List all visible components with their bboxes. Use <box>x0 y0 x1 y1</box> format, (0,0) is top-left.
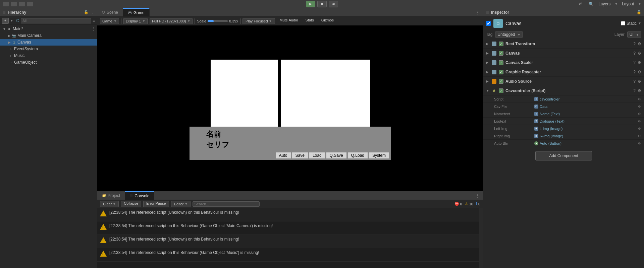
play-focused-button[interactable]: Play Focused ▼ <box>243 18 275 24</box>
hierarchy-add-button[interactable]: + <box>2 18 9 24</box>
nametext-field-value[interactable]: T Name (Text) ⊙ <box>534 112 641 116</box>
component-csvcontroler[interactable]: ▼ # ✓ Csvcontroler (Script) ? ⚙ <box>483 86 644 95</box>
hierarchy-gameobject-label: GameObject <box>14 60 37 65</box>
tool-icon-4[interactable] <box>27 2 33 6</box>
hierarchy-item-canvas[interactable]: ▶ □ Canvas <box>0 39 97 46</box>
csvcontroler-check[interactable]: ✓ <box>499 88 503 93</box>
layers-label[interactable]: Layers <box>598 2 610 6</box>
auto-button[interactable]: Auto <box>275 152 291 159</box>
component-rect-transform[interactable]: ▶ ✓ Rect Transform ? ⚙ <box>483 39 644 49</box>
static-dropdown-arrow[interactable]: ▼ <box>638 21 641 25</box>
display-dropdown[interactable]: Display 1 ▼ <box>123 18 148 24</box>
audio-source-check[interactable]: ✓ <box>499 79 503 84</box>
save-button[interactable]: Save <box>292 152 308 159</box>
layer-value-dropdown[interactable]: UI ▼ <box>627 31 641 38</box>
component-canvas-scaler[interactable]: ▶ ✓ Canvas Scaler ? ⚙ <box>483 58 644 67</box>
graphic-raycaster-help-icon[interactable]: ? <box>633 70 636 74</box>
qsave-button[interactable]: Q.Save <box>326 152 347 159</box>
canvas-comp-settings-icon[interactable]: ⚙ <box>638 51 641 56</box>
hierarchy-canvas-arrow[interactable]: ▶ <box>8 41 11 44</box>
scale-slider[interactable] <box>208 20 228 22</box>
tab-project[interactable]: 📁 Project <box>97 191 125 200</box>
clear-button[interactable]: Clear ▼ <box>100 201 119 207</box>
inspector-lock-icon[interactable]: 🔓 <box>637 10 641 14</box>
main-layout: ☰ Hierarchy 🔓 ⋮ + ▼ ⬡ ≡ ▼ ⚙ Main* ⋮ <box>0 8 644 268</box>
leftimg-field-value[interactable]: ⊞ L-img (Image) ⊙ <box>534 127 641 131</box>
canvas-comp-check[interactable]: ✓ <box>499 51 503 56</box>
autobtn-field-value[interactable]: ● Auto (Button) ⊙ <box>534 141 641 145</box>
collapse-button[interactable]: Collapse <box>121 201 141 207</box>
rect-transform-help-icon[interactable]: ? <box>633 42 636 46</box>
mute-audio-button[interactable]: Mute Audio <box>277 18 301 24</box>
hierarchy-root-arrow[interactable]: ▼ <box>3 27 6 31</box>
graphic-raycaster-check[interactable]: ✓ <box>499 70 503 74</box>
hierarchy-root-options[interactable]: ⋮ <box>92 26 96 31</box>
object-active-checkbox[interactable] <box>486 21 491 26</box>
hierarchy-item-eventsystem[interactable]: ○ EventSystem <box>0 46 97 52</box>
menu-icon[interactable] <box>3 2 9 6</box>
tab-console[interactable]: ☰ Console <box>125 191 154 200</box>
console-search-input[interactable] <box>193 201 260 207</box>
scale-control: Scale 0.39x <box>197 19 238 23</box>
audio-source-settings-icon[interactable]: ⚙ <box>638 79 641 84</box>
gizmos-button[interactable]: Gizmos <box>319 18 336 24</box>
game-dropdown[interactable]: Game ▼ <box>100 18 119 24</box>
play-button[interactable]: ▶ <box>306 1 315 7</box>
stats-button[interactable]: Stats <box>303 18 317 24</box>
hierarchy-add-dropdown[interactable]: ▼ <box>10 19 13 22</box>
tab-game[interactable]: 🎮 Game <box>123 8 150 16</box>
system-button[interactable]: System <box>369 152 389 159</box>
hierarchy-search-input[interactable] <box>21 18 91 23</box>
component-graphic-raycaster[interactable]: ▶ ✓ Graphic Raycaster ? ⚙ <box>483 67 644 77</box>
tag-value-dropdown[interactable]: Untagged ▼ <box>495 31 523 38</box>
static-check-input[interactable] <box>621 21 625 25</box>
resolution-dropdown[interactable]: Full HD (1920x1080) ▼ <box>150 18 193 24</box>
canvas-scaler-check[interactable]: ✓ <box>499 60 503 65</box>
hierarchy-item-gameobject[interactable]: ○ GameObject <box>0 59 97 66</box>
canvas-comp-help-icon[interactable]: ? <box>633 51 636 56</box>
load-button[interactable]: Load <box>309 152 325 159</box>
hierarchy-camera-arrow[interactable]: ▶ <box>8 34 11 38</box>
step-button[interactable]: ⏭ <box>329 1 338 7</box>
logtext-field-value[interactable]: T Dialogue (Text) ⊙ <box>534 119 641 123</box>
log-entry-0[interactable]: [22:38:54] The referenced script (Unknow… <box>97 208 479 221</box>
hierarchy-lock-icon[interactable]: 🔓 <box>84 10 89 14</box>
editor-dropdown-button[interactable]: Editor ▼ <box>171 201 191 207</box>
qload-button[interactable]: Q.Load <box>347 152 368 159</box>
csvfile-field-value[interactable]: D Data ⊙ <box>534 105 641 109</box>
scene-tabs-more-button[interactable]: ⋮ <box>472 10 483 15</box>
tool-icon-3[interactable] <box>19 2 25 6</box>
rect-transform-check[interactable]: ✓ <box>499 42 503 46</box>
tool-icon-2[interactable] <box>11 2 17 6</box>
rect-transform-settings-icon[interactable]: ⚙ <box>638 42 641 46</box>
console-scrollbar[interactable] <box>479 208 483 268</box>
component-canvas[interactable]: ▶ ✓ Canvas ? ⚙ <box>483 49 644 58</box>
canvas-scaler-settings-icon[interactable]: ⚙ <box>638 60 641 65</box>
tab-scene[interactable]: ⬡ Scene <box>97 8 123 16</box>
component-audio-source[interactable]: ▶ ✓ Audio Source ? ⚙ <box>483 77 644 86</box>
layers-dropdown-icon[interactable]: ▼ <box>614 2 618 6</box>
layout-label[interactable]: Layout <box>622 2 634 6</box>
undo-button[interactable]: ↺ <box>577 1 584 7</box>
hierarchy-filter-icon[interactable]: ≡ <box>93 18 95 23</box>
hierarchy-root-item[interactable]: ▼ ⚙ Main* ⋮ <box>0 25 97 32</box>
rightimg-field-value[interactable]: ⊞ R-img (Image) ⊙ <box>534 134 641 138</box>
canvas-scaler-help-icon[interactable]: ? <box>633 60 636 65</box>
search-button[interactable]: 🔍 <box>588 1 594 7</box>
csvcontroler-help-icon[interactable]: ? <box>633 88 636 93</box>
csvcontroler-settings-icon[interactable]: ⚙ <box>638 88 641 93</box>
layout-dropdown-icon[interactable]: ▼ <box>638 2 641 6</box>
bottom-tabs-more[interactable]: ⋮ <box>472 193 483 198</box>
hierarchy-more-icon[interactable]: ⋮ <box>91 10 94 14</box>
log-entry-3[interactable]: [22:38:54] The referenced script on this… <box>97 248 479 262</box>
add-component-button[interactable]: Add Component <box>535 151 592 160</box>
hierarchy-item-main-camera[interactable]: ▶ 📷 Main Camera <box>0 32 97 39</box>
pause-button[interactable]: ⏸ <box>317 1 327 7</box>
log-entry-2[interactable]: [22:38:54] The referenced script (Unknow… <box>97 235 479 248</box>
script-field-value[interactable]: ≡ csvcontroler ⊙ <box>534 97 641 101</box>
error-pause-button[interactable]: Error Pause <box>143 201 169 207</box>
log-entry-1[interactable]: [22:38:54] The referenced script on this… <box>97 221 479 235</box>
graphic-raycaster-settings-icon[interactable]: ⚙ <box>638 70 641 74</box>
hierarchy-item-music[interactable]: ○ Music <box>0 52 97 59</box>
audio-source-help-icon[interactable]: ? <box>633 79 636 84</box>
